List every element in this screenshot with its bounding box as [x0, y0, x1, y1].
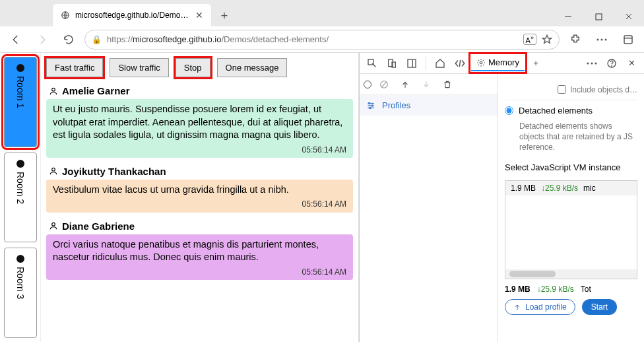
author-name: Diane Gabriene — [62, 221, 135, 232]
welcome-tab-icon[interactable] — [432, 55, 449, 72]
svg-rect-8 — [624, 36, 632, 44]
profiles-label: Profiles — [382, 100, 410, 110]
elements-tab-icon[interactable] — [451, 55, 468, 72]
trash-icon[interactable] — [439, 76, 456, 93]
back-button[interactable] — [5, 29, 26, 50]
status-dot — [16, 64, 24, 72]
status-dot — [16, 160, 24, 168]
devtools-right-column: Include objects d… Detached elements Det… — [498, 74, 644, 342]
message-body: Ut eu justo mauris. Suspendisse posuere … — [46, 99, 353, 158]
memory-tab[interactable]: Memory — [471, 55, 525, 71]
author-name: Joyikutty Thankachan — [62, 166, 166, 177]
load-label: Load profile — [525, 302, 567, 312]
horizontal-scrollbar[interactable] — [505, 269, 637, 279]
message-list: Amelie Garner Ut eu justo mauris. Suspen… — [41, 83, 358, 342]
upload-icon[interactable] — [397, 76, 414, 93]
detached-label: Detached elements — [519, 106, 593, 116]
svg-line-25 — [381, 81, 387, 86]
svg-point-6 — [601, 38, 603, 40]
browser-tab[interactable]: microsoftedge.github.io/Demos/c ✕ — [53, 4, 211, 26]
status-dot — [16, 255, 24, 263]
svg-point-5 — [597, 38, 599, 40]
one-message-button[interactable]: One message — [217, 58, 288, 77]
fast-traffic-button[interactable]: Fast traffic — [46, 58, 103, 77]
maximize-button[interactable] — [583, 7, 614, 26]
svg-point-10 — [52, 88, 55, 91]
memory-tab-label: Memory — [488, 57, 519, 67]
devtools-toolbar: Memory + ✕ — [360, 53, 644, 74]
extensions-icon[interactable] — [565, 29, 586, 50]
clear-icon[interactable] — [375, 76, 393, 93]
svg-rect-2 — [596, 14, 602, 20]
room-label: Room 3 — [15, 267, 26, 299]
message-body: Orci varius natoque penatibus et magnis … — [46, 234, 353, 280]
user-icon — [49, 166, 58, 176]
room-sidebar: Room 1 Room 2 Room 3 — [0, 53, 41, 342]
minimize-button[interactable] — [553, 7, 583, 26]
message-item: Joyikutty Thankachan Vestibulum vitae la… — [46, 166, 353, 213]
svg-point-20 — [591, 62, 593, 64]
svg-point-30 — [371, 104, 373, 106]
total-size: 1.9 MB — [505, 285, 531, 294]
total-label: Tot — [581, 285, 591, 294]
devtools-close-icon[interactable]: ✕ — [623, 55, 640, 72]
window-controls — [553, 7, 644, 26]
address-bar[interactable]: 🔒 https://microsoftedge.github.io/Demos/… — [84, 30, 560, 50]
browser-toolbar: 🔒 https://microsoftedge.github.io/Demos/… — [0, 26, 644, 53]
svg-point-11 — [52, 168, 55, 172]
room-1[interactable]: Room 1 — [4, 57, 37, 147]
stop-button[interactable]: Stop — [176, 58, 210, 77]
inspect-element-icon[interactable] — [364, 55, 381, 72]
more-icon[interactable] — [591, 29, 612, 50]
favorite-icon[interactable] — [542, 34, 552, 45]
reading-aloud-icon[interactable]: A» — [523, 34, 536, 45]
download-icon[interactable] — [418, 76, 435, 93]
room-3[interactable]: Room 3 — [4, 248, 37, 338]
svg-point-12 — [52, 222, 55, 226]
message-time: 05:56:14 AM — [53, 267, 346, 277]
detached-elements-option[interactable]: Detached elements — [505, 106, 637, 116]
svg-point-7 — [605, 38, 607, 40]
dock-side-icon[interactable] — [403, 55, 420, 72]
profiles-item[interactable]: Profiles — [360, 95, 498, 116]
message-item: Amelie Garner Ut eu justo mauris. Suspen… — [46, 85, 353, 158]
message-text: Ut eu justo mauris. Suspendisse posuere … — [53, 103, 346, 142]
room-content: Fast traffic Slow traffic Stop One messa… — [41, 53, 358, 342]
help-icon[interactable] — [603, 55, 620, 72]
vm-target: mic — [583, 184, 596, 193]
sliders-icon — [366, 101, 375, 110]
record-icon[interactable] — [364, 81, 371, 88]
devtools-panel: Memory + ✕ Profiles — [359, 53, 644, 342]
vm-row[interactable]: 1.9 MB ↓25.9 kB/s mic — [505, 181, 637, 195]
lock-icon: 🔒 — [92, 35, 102, 44]
user-icon — [49, 86, 58, 96]
vm-instance-label: Select JavaScript VM instance — [505, 162, 637, 172]
vm-instance-list[interactable]: 1.9 MB ↓25.9 kB/s mic — [505, 180, 637, 279]
detached-description: Detached elements shows objects that are… — [519, 121, 637, 153]
vm-rate: ↓25.9 kB/s — [541, 184, 578, 193]
include-objects-checkbox[interactable]: Include objects d… — [558, 85, 637, 94]
new-tab-button[interactable]: + — [215, 7, 234, 25]
svg-point-23 — [612, 65, 612, 66]
svg-point-19 — [587, 62, 589, 64]
more-tools-icon[interactable] — [583, 55, 600, 72]
profile-toolbar — [360, 74, 498, 95]
url-text: https://microsoftedge.github.io/Demos/de… — [107, 34, 518, 44]
slow-traffic-button[interactable]: Slow traffic — [110, 58, 168, 77]
room-2[interactable]: Room 2 — [4, 153, 37, 243]
vm-size: 1.9 MB — [511, 184, 536, 193]
message-body: Vestibulum vitae lacus ut urna gravida f… — [46, 180, 353, 213]
devtools-left-column: Profiles — [360, 74, 498, 342]
checkbox-input[interactable] — [558, 85, 566, 94]
tab-close-icon[interactable]: ✕ — [195, 10, 203, 20]
refresh-button[interactable] — [58, 29, 79, 50]
add-tab-icon[interactable]: + — [527, 55, 544, 72]
start-button[interactable]: Start — [582, 299, 617, 315]
load-profile-button[interactable]: Load profile — [505, 299, 575, 315]
window-titlebar: microsoftedge.github.io/Demos/c ✕ + — [0, 0, 644, 26]
radio-input[interactable] — [505, 106, 513, 115]
collections-icon[interactable] — [618, 29, 639, 50]
device-toggle-icon[interactable] — [383, 55, 401, 72]
close-window-button[interactable] — [614, 7, 644, 26]
forward-button[interactable] — [32, 29, 53, 50]
